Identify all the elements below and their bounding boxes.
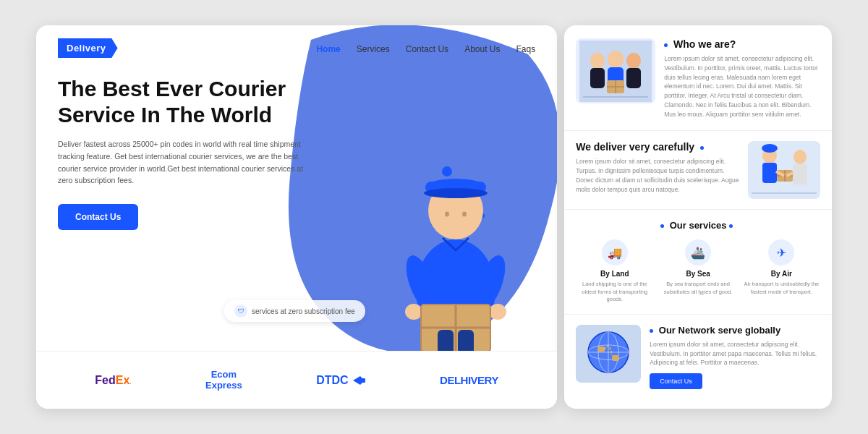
deliver-section: We deliver very carefully Lorem ipsum do… [564, 131, 832, 210]
nav-contact[interactable]: Contact Us [406, 44, 448, 54]
svg-rect-17 [362, 378, 365, 383]
shield-icon: 🛡 [234, 305, 247, 318]
svg-rect-49 [612, 355, 619, 361]
who-we-are-section: Who we are? Lorem ipsum dolor sit amet, … [564, 25, 832, 131]
who-text: Who we are? Lorem ipsum dolor sit amet, … [664, 38, 820, 119]
svg-rect-31 [793, 164, 807, 184]
air-icon: ✈ [768, 239, 794, 265]
svg-rect-24 [626, 68, 641, 88]
partners-bar: FedEx. EcomExpress DTDC DELHIVERY [36, 351, 557, 409]
service-air: ✈ By Air Air transport is undoubtedly th… [743, 239, 820, 304]
team-image [576, 38, 655, 103]
hero-content: The Best Ever Courier Service In The Wor… [58, 76, 304, 230]
globe-image [576, 325, 641, 383]
who-description: Lorem ipsum dolor sit amet, consectetur … [664, 54, 820, 119]
hero-title: The Best Ever Courier Service In The Wor… [58, 76, 304, 128]
svg-point-10 [489, 304, 506, 320]
nav-home[interactable]: Home [316, 44, 340, 54]
dot-accent-3 [660, 224, 664, 228]
zero-sub-badge: 🛡 services at zero subscription fee [224, 300, 365, 322]
svg-rect-20 [590, 68, 605, 88]
network-section: Our Network serve globally Lorem ipsum d… [564, 315, 832, 399]
svg-point-21 [608, 51, 624, 68]
deliver-text: We deliver very carefully Lorem ipsum do… [576, 141, 739, 194]
land-icon: 🚚 [602, 239, 628, 265]
fedex-logo: FedEx. [95, 374, 131, 387]
ecom-express-logo: EcomExpress [205, 370, 242, 391]
network-text: Our Network serve globally Lorem ipsum d… [650, 325, 820, 389]
svg-point-33 [762, 144, 778, 153]
delivery-person [383, 131, 528, 358]
deliver-image [748, 141, 820, 199]
svg-point-9 [405, 304, 422, 320]
svg-point-6 [462, 212, 467, 217]
air-desc: Air transport is undoubtedly the fastest… [743, 281, 820, 296]
sea-icon: 🚢 [685, 239, 711, 265]
contact-button[interactable]: Contact Us [58, 204, 138, 230]
deliver-description: Lorem ipsum dolor sit amet, consectetur … [576, 157, 739, 194]
dot-accent [664, 43, 668, 47]
right-panel: Who we are? Lorem ipsum dolor sit amet, … [564, 25, 832, 409]
nav-services[interactable]: Services [357, 44, 390, 54]
nav-links: Home Services Contact Us About Us Faqs [316, 42, 535, 55]
navbar: Delivery Home Services Contact Us About … [36, 25, 557, 58]
sea-name: By Sea [659, 270, 736, 278]
svg-point-30 [793, 150, 807, 164]
svg-point-5 [445, 212, 449, 217]
zero-sub-text: services at zero subscription fee [252, 307, 355, 315]
dtdc-logo: DTDC [316, 374, 365, 387]
svg-rect-34 [762, 163, 777, 183]
dot-accent-4 [729, 224, 733, 228]
left-panel: Delivery Home Services Contact Us About … [36, 25, 557, 409]
dot-accent-5 [650, 329, 653, 333]
who-title: Who we are? [664, 38, 820, 50]
services-section: Our services 🚚 By Land Land shipping is … [564, 210, 832, 315]
network-contact-button[interactable]: Contact Us [650, 373, 702, 389]
dot-accent-2 [700, 146, 704, 150]
network-description: Lorem ipsum dolor sit amet, consectetur … [650, 340, 820, 367]
svg-point-4 [424, 188, 488, 198]
air-name: By Air [743, 270, 820, 278]
svg-point-23 [626, 53, 641, 69]
logo: Delivery [58, 38, 118, 58]
network-title: Our Network serve globally [650, 325, 820, 336]
svg-rect-48 [597, 346, 605, 352]
service-land: 🚚 By Land Land shipping is one of the ol… [576, 239, 653, 304]
screenshot-wrapper: Delivery Home Services Contact Us About … [36, 25, 832, 409]
land-name: By Land [576, 270, 653, 278]
sea-desc: By sea transport ends and substitutes al… [659, 281, 736, 296]
service-sea: 🚢 By Sea By sea transport ends and subst… [659, 239, 736, 304]
svg-point-19 [590, 53, 605, 69]
hero-description: Deliver fastest across 25000+ pin codes … [58, 138, 304, 187]
nav-about[interactable]: About Us [464, 44, 500, 54]
right-scroll-area[interactable]: Who we are? Lorem ipsum dolor sit amet, … [564, 25, 832, 409]
services-title: Our services [576, 220, 820, 231]
nav-faqs[interactable]: Faqs [516, 44, 535, 54]
delhivery-logo: DELHIVERY [440, 374, 498, 386]
services-grid: 🚚 By Land Land shipping is one of the ol… [576, 239, 820, 304]
deliver-title: We deliver very carefully [576, 141, 739, 153]
land-desc: Land shipping is one of the oldest forms… [576, 281, 653, 304]
